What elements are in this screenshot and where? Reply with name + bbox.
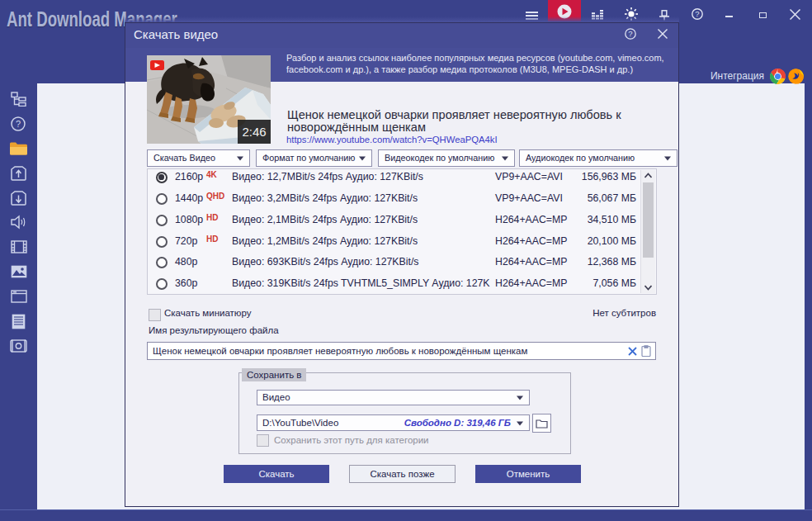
svg-text:2:46: 2:46 [242, 125, 266, 139]
svg-text:?: ? [695, 9, 699, 18]
svg-text:?: ? [628, 29, 632, 38]
svg-text:?: ? [16, 119, 21, 129]
